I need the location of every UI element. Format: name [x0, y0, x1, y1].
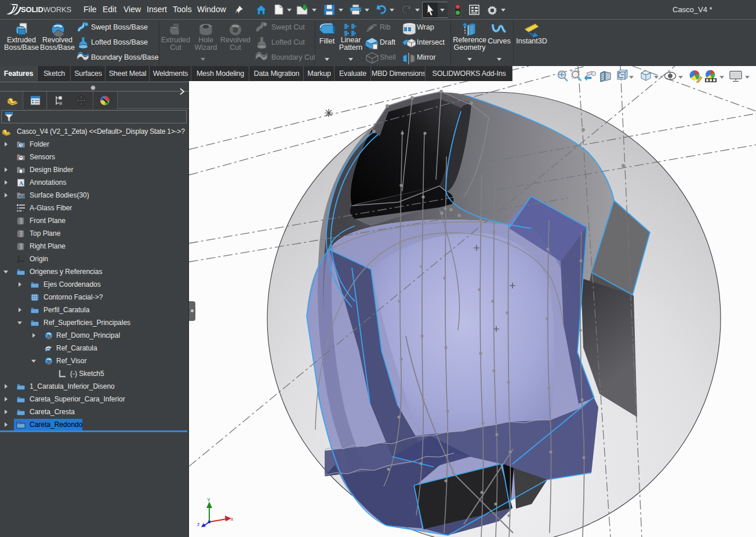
svg-text:SOLIDWORKS: SOLIDWORKS — [21, 5, 71, 14]
svg-text:A: A — [19, 180, 24, 187]
svg-text:x: x — [231, 516, 234, 522]
svg-text:z: z — [197, 521, 200, 527]
svg-text:Y: Y — [207, 497, 210, 503]
